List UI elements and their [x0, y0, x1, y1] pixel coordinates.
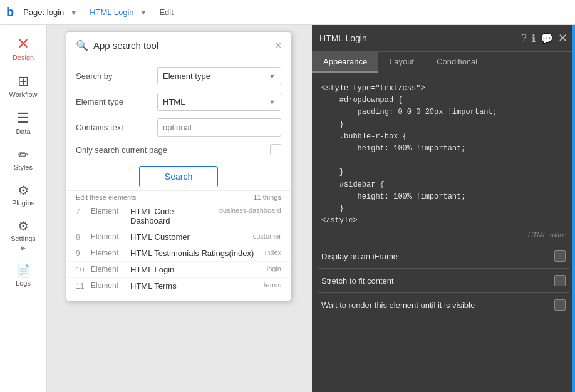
result-page: terms — [264, 281, 282, 289]
element-type-label: Element type — [76, 97, 151, 106]
only-current-page-checkbox[interactable] — [270, 144, 281, 155]
design-icon: ✕ — [17, 36, 29, 51]
result-name: HTML Login — [130, 265, 262, 274]
settings-icon: ⚙ — [18, 220, 29, 232]
contains-text-row: Contains text — [76, 118, 281, 137]
table-row[interactable]: 7 Element HTML Code Dashboard business-d… — [66, 204, 291, 229]
html-login-link[interactable]: HTML Login — [90, 8, 133, 17]
sidebar-item-plugins[interactable]: ⚙ Plugins — [0, 179, 46, 212]
page-dropdown[interactable]: ▼ — [70, 9, 77, 16]
sidebar-item-label-settings: Settings — [11, 235, 36, 242]
logo: b — [6, 5, 14, 19]
option-wait-render-checkbox[interactable] — [554, 299, 566, 311]
sidebar-item-logs[interactable]: 📄 Logs — [0, 259, 46, 292]
search-button[interactable]: Search — [139, 166, 218, 187]
element-type-select[interactable]: HTML ▼ — [157, 93, 281, 111]
search-by-chevron: ▼ — [269, 73, 276, 80]
page-label[interactable]: Page: login — [23, 8, 64, 17]
result-num: 8 — [76, 233, 86, 242]
right-panel: HTML Login ? ℹ 💬 ✕ Appearance Layout Con… — [312, 25, 575, 392]
right-panel-header: HTML Login ? ℹ 💬 ✕ — [312, 25, 575, 52]
table-row[interactable]: 8 Element HTML Customer customer — [66, 229, 291, 245]
option-iframe-checkbox[interactable] — [554, 250, 566, 262]
table-row[interactable]: 10 Element HTML Login login — [66, 262, 291, 278]
result-name: HTML Testimonials Ratings(index) — [130, 249, 260, 258]
result-page: business-dashboard — [219, 207, 281, 214]
help-icon[interactable]: ? — [521, 33, 527, 44]
option-iframe-label: Display as an iFrame — [321, 252, 398, 261]
result-name: HTML Code Dashboard — [130, 207, 214, 225]
result-type: Element — [91, 249, 125, 257]
sidebar-item-label-styles: Styles — [14, 163, 33, 171]
main-layout: ✕ Design ⊞ Workflow ☰ Data ✏ Styles ⚙ Pl… — [0, 25, 575, 392]
sidebar-item-label-workflow: Workflow — [9, 91, 37, 98]
top-bar: b Page: login ▼ HTML Login ▼ Edit — [0, 0, 575, 25]
info-icon[interactable]: ℹ — [532, 33, 536, 44]
sidebar-item-design[interactable]: ✕ Design — [0, 31, 46, 66]
table-row[interactable]: 9 Element HTML Testimonials Ratings(inde… — [66, 245, 291, 262]
edit-link[interactable]: Edit — [159, 8, 173, 17]
panel-tabs: Appearance Layout Conditional — [312, 52, 575, 73]
result-page: login — [267, 265, 281, 272]
panel-close-button[interactable]: ✕ — [558, 31, 567, 45]
sidebar-item-settings[interactable]: ⚙ Settings ▶ — [0, 215, 46, 256]
right-scroll-accent — [572, 25, 575, 392]
search-form: Search by Element type ▼ Element type HT… — [66, 59, 291, 163]
html-dropdown[interactable]: ▼ — [140, 9, 147, 16]
result-type: Element — [91, 232, 125, 241]
option-stretch-checkbox[interactable] — [554, 275, 566, 286]
option-stretch-label: Stretch to fit content — [321, 276, 394, 286]
result-type: Element — [91, 281, 125, 290]
element-type-value: HTML — [163, 97, 185, 106]
option-wait-render-label: Wait to render this element until it is … — [321, 301, 475, 310]
search-by-value: Element type — [163, 71, 210, 81]
result-num: 11 — [76, 282, 86, 291]
element-type-row: Element type HTML ▼ — [76, 93, 281, 111]
left-sidebar: ✕ Design ⊞ Workflow ☰ Data ✏ Styles ⚙ Pl… — [0, 25, 47, 392]
result-page: customer — [253, 232, 281, 240]
result-type: Element — [91, 265, 125, 274]
comment-icon[interactable]: 💬 — [541, 33, 553, 44]
search-by-select[interactable]: Element type ▼ — [157, 67, 281, 85]
option-wait-render: Wait to render this element until it is … — [318, 292, 569, 317]
content-area: 🔍 App search tool × Search by Element ty… — [47, 25, 575, 392]
tab-conditional[interactable]: Conditional — [425, 52, 489, 73]
results-count: 11 things — [253, 193, 281, 201]
sidebar-item-workflow[interactable]: ⊞ Workflow — [0, 70, 46, 103]
contains-text-label: Contains text — [76, 123, 151, 132]
tab-appearance[interactable]: Appearance — [312, 52, 378, 73]
sidebar-item-data[interactable]: ☰ Data — [0, 106, 46, 140]
search-button-row: Search — [66, 163, 291, 190]
sidebar-item-label-design: Design — [13, 54, 34, 61]
result-num: 9 — [76, 249, 86, 258]
styles-icon: ✏ — [18, 148, 29, 161]
panel-content: <style type="text/css"> #dropdownpad { p… — [312, 73, 575, 392]
contains-text-input[interactable] — [157, 118, 281, 137]
result-name: HTML Terms — [130, 281, 259, 291]
option-stretch: Stretch to fit content — [318, 268, 569, 292]
editor-label: HTML editor — [318, 230, 569, 244]
search-by-label: Search by — [76, 71, 151, 81]
tab-layout[interactable]: Layout — [378, 52, 425, 73]
search-modal-close-button[interactable]: × — [276, 40, 281, 51]
search-modal-header: 🔍 App search tool × — [66, 32, 291, 59]
search-modal-search-icon: 🔍 — [76, 39, 88, 51]
element-type-chevron: ▼ — [269, 98, 276, 106]
only-current-page-row: Only search current page — [76, 144, 281, 155]
sidebar-item-label-plugins: Plugins — [12, 199, 34, 207]
table-row[interactable]: 11 Element HTML Terms terms — [66, 278, 291, 294]
panel-icons: ? ℹ 💬 ✕ — [521, 31, 567, 45]
sidebar-item-styles[interactable]: ✏ Styles — [0, 143, 46, 176]
result-name: HTML Customer — [130, 232, 248, 242]
workflow-icon: ⊞ — [18, 75, 29, 88]
code-editor[interactable]: <style type="text/css"> #dropdownpad { p… — [318, 80, 569, 230]
search-modal-title: App search tool — [93, 40, 271, 51]
result-num: 10 — [76, 266, 86, 274]
search-modal: 🔍 App search tool × Search by Element ty… — [66, 31, 291, 301]
data-icon: ☰ — [17, 111, 29, 125]
result-type: Element — [91, 207, 125, 215]
result-num: 7 — [76, 207, 86, 216]
panel-title: HTML Login — [319, 33, 516, 43]
result-page: index — [265, 249, 281, 256]
only-current-page-label: Only search current page — [76, 145, 264, 155]
